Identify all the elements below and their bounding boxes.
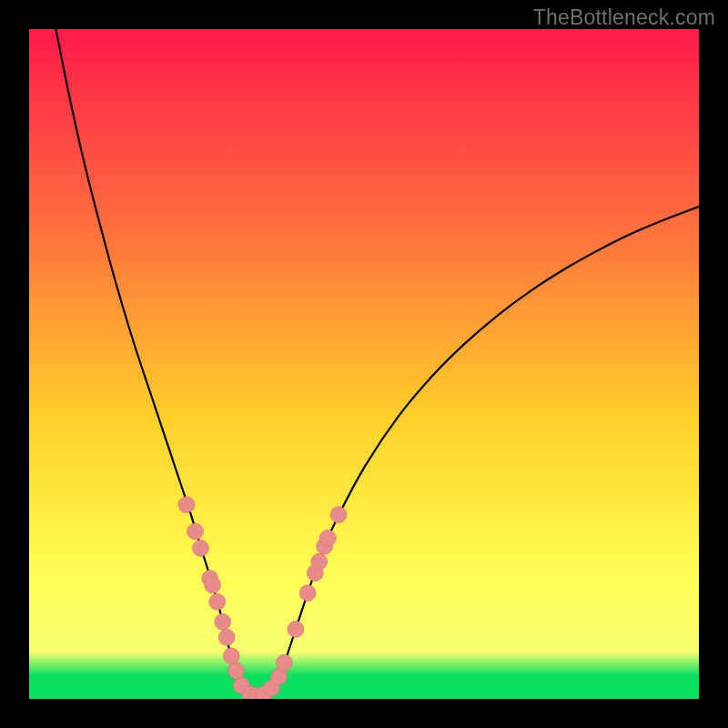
chart-frame: TheBottleneck.com (0, 0, 728, 728)
data-marker (215, 613, 231, 630)
data-marker (330, 507, 347, 523)
data-marker (223, 648, 239, 664)
data-marker (218, 629, 235, 645)
data-marker (299, 585, 316, 602)
data-marker (228, 662, 244, 679)
data-marker (209, 593, 226, 610)
plot-area (29, 29, 699, 699)
data-marker (276, 654, 292, 671)
data-marker (319, 530, 336, 546)
data-marker (288, 621, 304, 637)
data-marker (178, 497, 195, 513)
bottleneck-chart (29, 29, 699, 699)
data-marker (192, 540, 208, 556)
watermark-label: TheBottleneck.com (533, 5, 715, 30)
data-marker (311, 553, 328, 570)
gradient-background (29, 29, 699, 699)
data-marker (205, 577, 221, 593)
data-marker (187, 523, 204, 540)
